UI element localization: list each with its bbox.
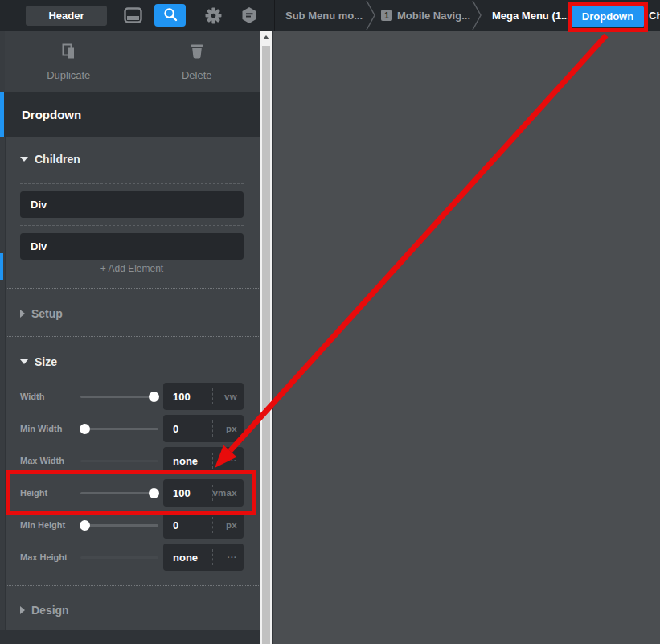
hexagon-badge-icon[interactable] (239, 0, 260, 31)
add-element-label: + Add Element (100, 263, 163, 274)
dashed-separator (20, 225, 244, 226)
window-layout-icon[interactable] (122, 0, 143, 31)
breadcrumb-mobile-nav[interactable]: 1 Mobile Navig... (381, 0, 470, 31)
caret-down-icon (20, 157, 28, 162)
caret-right-icon (20, 310, 25, 318)
child-item-label: Div (20, 199, 47, 211)
builder-window: Header (0, 0, 660, 644)
child-item-div-1[interactable]: Div (20, 191, 244, 218)
properties-panel: Duplicate Delete Dropdown Children (0, 31, 260, 644)
size-row-height: Height 100 vmax (0, 477, 260, 509)
trash-icon (189, 43, 205, 64)
section-divider (6, 336, 260, 337)
breadcrumb-chevron-icon (472, 0, 483, 31)
input-value: 0 (173, 511, 178, 539)
min-width-value-input[interactable]: 0 px (163, 415, 244, 442)
breadcrumb-chevron-icon (366, 0, 377, 31)
slider-thumb[interactable] (80, 520, 90, 531)
size-row-width: Width 100 vw (0, 380, 260, 412)
section-setup-header[interactable]: Setup (20, 307, 63, 320)
width-value-input[interactable]: 100 vw (163, 383, 244, 410)
slider-track (80, 460, 158, 462)
search-button[interactable] (154, 4, 186, 27)
min-height-value-input[interactable]: 0 px (163, 511, 244, 539)
slider-track (80, 556, 158, 559)
size-row-min-width: Min Width 0 px (0, 412, 260, 445)
input-value: none (173, 544, 198, 571)
input-value: 100 (173, 383, 191, 410)
dashed-separator (20, 183, 244, 184)
panel-footer (0, 630, 260, 644)
breadcrumb-dropdown-selected[interactable]: Dropdown (572, 6, 644, 27)
unit-selector[interactable]: vw (208, 383, 244, 410)
section-title: Children (35, 153, 80, 166)
structure-tab-indicator[interactable] (0, 253, 3, 280)
scroll-up-arrow-icon (263, 35, 269, 39)
settings-gear-icon[interactable] (203, 0, 223, 31)
section-design-header[interactable]: Design (20, 604, 69, 617)
slider-track (80, 396, 158, 398)
element-actions: Duplicate Delete (5, 31, 260, 93)
selected-element-header: Dropdown (0, 92, 260, 137)
max-height-slider[interactable] (80, 541, 158, 573)
child-item-div-2[interactable]: Div (20, 233, 244, 260)
editor-canvas[interactable] (272, 31, 660, 644)
breadcrumb-mega-menu[interactable]: Mega Menu (1... (492, 0, 570, 31)
duplicate-button[interactable]: Duplicate (5, 31, 133, 92)
unit-selector[interactable]: px (208, 511, 244, 539)
max-width-slider[interactable] (80, 445, 158, 477)
slider-thumb[interactable] (80, 424, 90, 434)
section-divider (6, 585, 260, 586)
row-label: Min Height (20, 509, 65, 541)
slider-track (80, 524, 158, 527)
topbar-divider (274, 0, 275, 31)
add-element-button[interactable]: + Add Element (20, 263, 244, 274)
input-value: 0 (173, 415, 178, 442)
breadcrumb-label: Mobile Navig... (397, 10, 470, 22)
width-slider[interactable] (80, 380, 158, 412)
unit-selector[interactable]: ··· (208, 447, 244, 474)
delete-label: Delete (182, 69, 212, 81)
section-size-header[interactable]: Size (20, 355, 57, 368)
row-label: Max Width (20, 445, 64, 477)
unit-selector[interactable]: vmax (208, 479, 244, 507)
slider-thumb[interactable] (149, 392, 159, 402)
max-width-value-input[interactable]: none ··· (163, 447, 244, 474)
height-value-input[interactable]: 100 vmax (163, 479, 244, 507)
breadcrumb-sub-menu[interactable]: Sub Menu mo... (285, 0, 363, 31)
breadcrumb-children-truncated[interactable]: Ch (649, 0, 660, 31)
topbar: Header (0, 0, 660, 31)
unit-selector[interactable]: px (208, 415, 244, 442)
caret-right-icon (20, 606, 25, 614)
panel-scrollbar[interactable] (260, 31, 272, 644)
section-title: Setup (31, 307, 63, 320)
header-button[interactable]: Header (26, 6, 107, 26)
size-row-max-width: Max Width none ··· (0, 445, 260, 477)
section-title: Design (31, 604, 69, 617)
row-label: Height (20, 477, 47, 509)
dashed-line (170, 269, 244, 269)
delete-button[interactable]: Delete (133, 31, 261, 92)
breadcrumb-count-badge: 1 (381, 10, 392, 21)
scrollbar-up-button[interactable] (260, 31, 272, 44)
slider-track (80, 428, 158, 430)
slider-thumb[interactable] (149, 488, 159, 498)
child-item-label: Div (20, 240, 47, 252)
duplicate-label: Duplicate (47, 69, 90, 81)
scrollbar-thumb[interactable] (262, 46, 270, 644)
row-label: Width (20, 380, 44, 412)
caret-down-icon (20, 359, 28, 364)
duplicate-icon (60, 43, 76, 64)
min-width-slider[interactable] (80, 412, 158, 445)
section-children-header[interactable]: Children (20, 153, 80, 166)
section-divider (6, 288, 260, 289)
input-value: 100 (173, 479, 191, 507)
height-slider[interactable] (80, 477, 158, 509)
unit-selector[interactable]: ··· (208, 544, 244, 571)
selected-element-title: Dropdown (4, 108, 81, 121)
max-height-value-input[interactable]: none ··· (163, 544, 244, 571)
row-label: Min Width (20, 412, 62, 445)
search-icon (163, 7, 178, 24)
min-height-slider[interactable] (80, 509, 158, 541)
section-title: Size (35, 355, 57, 368)
